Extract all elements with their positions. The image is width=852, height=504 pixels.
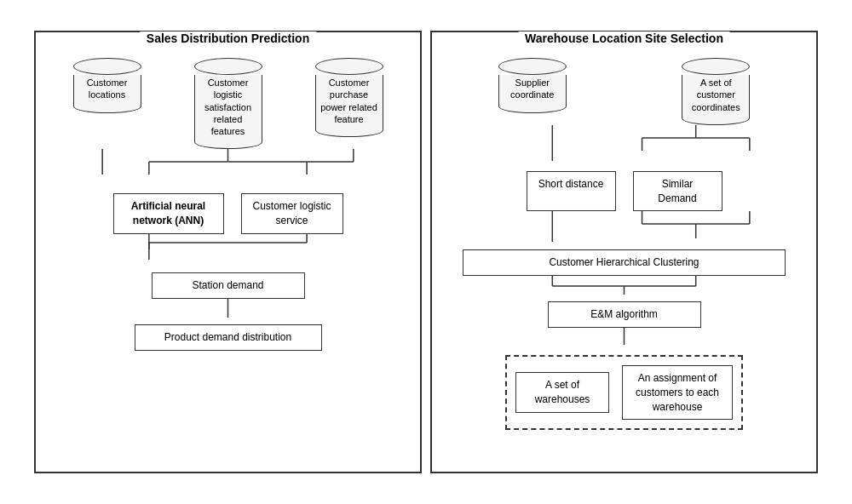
short-similar-row: Short distance Similar Demand: [527, 171, 722, 212]
cylinder-satisfaction: Customer logistic satisfaction related f…: [190, 58, 267, 149]
eam-box: E&M algorithm: [548, 301, 701, 328]
logistic-box: Customer logistic service: [241, 193, 343, 234]
left-panel-title: Sales Distribution Prediction: [140, 32, 316, 45]
right-panel-title: Warehouse Location Site Selection: [518, 32, 730, 45]
right-cylinders-row: Supplier coordinate A set of customer co…: [445, 58, 803, 125]
left-panel: Sales Distribution Prediction Customer l…: [34, 31, 422, 473]
assignment-box: An assignment of customers to each wareh…: [622, 365, 733, 420]
cylinder-supplier: Supplier coordinate: [494, 58, 571, 125]
short-distance-box: Short distance: [527, 171, 616, 212]
right-panel: Warehouse Location Site Selection Suppli…: [430, 31, 818, 473]
cylinders-row: Customer locations Customer logistic sat…: [49, 58, 407, 149]
left-connectors-svg: [49, 149, 407, 192]
clustering-box: Customer Hierarchical Clustering: [463, 249, 786, 276]
clustering-arrow-svg: [445, 276, 803, 301]
ann-box: Artificial neural network (ANN): [113, 193, 224, 234]
eam-arrow-svg: [445, 328, 803, 352]
similar-demand-box: Similar Demand: [633, 171, 722, 212]
cylinder-purchase: Customer purchase power related feature: [311, 58, 388, 149]
station-arrow-svg: [49, 299, 407, 324]
right-merge-svg: [445, 211, 803, 249]
left-merge-svg: [49, 234, 407, 272]
ann-logistic-row: Artificial neural network (ANN) Customer…: [49, 193, 407, 234]
output-dashed-box: A set of warehouses An assignment of cus…: [505, 355, 743, 430]
warehouses-box: A set of warehouses: [515, 372, 609, 413]
cylinder-customer-coord: A set of customer coordinates: [677, 58, 754, 125]
right-top-svg: [445, 125, 803, 168]
product-demand-box: Product demand distribution: [135, 324, 322, 351]
cylinder-locations: Customer locations: [69, 58, 146, 149]
station-demand-box: Station demand: [152, 272, 305, 299]
